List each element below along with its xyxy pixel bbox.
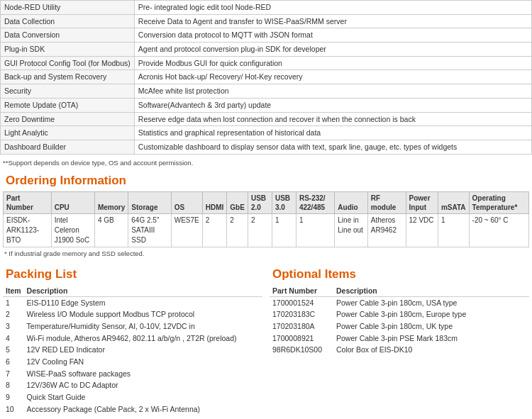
ordering-cell: 4 GB [94,213,128,247]
optional-item-desc: Power Cable 3-pin 180cm, USA type [333,296,529,308]
spec-label: GUI Protocol Config Tool (for Modbus) [1,56,135,70]
packing-item-desc: Wi-Fi module, Atheros AR9462, 802.11 a/b… [24,333,262,345]
ordering-col-header: USB 2.0 [248,191,272,213]
optional-part-num: 170203183C [270,308,333,320]
optional-item-desc: Power Cable 3-pin 180cm, UK type [333,320,529,333]
spec-label: Plug-in SDK [1,43,135,57]
packing-item-num: 8 [3,379,24,391]
spec-value: Conversion data protocol to MQTT with JS… [134,28,531,43]
ordering-table: Part NumberCPUMemoryStorageOSHDMIGbEUSB … [3,191,529,247]
spec-value: Software(Advantech & 3rd party) update [134,98,531,112]
spec-label: Data Collection [1,14,135,28]
optional-part-num: 98R6DK10S00 [270,344,333,356]
packing-item-desc: Wireless I/O Module support Modbus TCP p… [24,308,262,320]
packing-item-num: 7 [3,368,24,380]
ordering-col-header: mSATA [438,191,469,213]
ordering-col-header: HDMI [202,191,227,213]
spec-label: Light Analytic [1,126,135,140]
ordering-cell: Line in Line out [335,213,368,247]
packing-item-desc: 12V Cooling FAN [24,356,262,368]
optional-item-desc: Color Box of EIS-DK10 [333,344,529,356]
ordering-cell: 2 [227,213,248,247]
ordering-cell: 1 [272,213,296,247]
packing-item-num: 6 [3,356,24,368]
packing-item-desc: 12V/36W AC to DC Adaptor [24,379,262,391]
optional-col-header: Part Number [270,285,333,297]
spec-value: Pre- integrated logic edit tool Node-RED [134,1,531,15]
ordering-col-header: USB 3.0 [272,191,296,213]
packing-col-header: Item [3,285,24,297]
spec-label: Zero Downtime [1,112,135,126]
packing-item-num: 5 [3,344,24,356]
bottom-sections: Packing List ItemDescription1EIS-D110 Ed… [0,262,532,415]
ordering-col-header: Part Number [4,191,52,213]
ordering-cell: Intel Celeron J1900 SoC [51,213,94,247]
spec-value: Receive Data to Agent and transfer to WI… [134,14,531,28]
packing-section: Packing List ItemDescription1EIS-D110 Ed… [3,262,262,415]
ordering-cell: -20 ~ 60° C [469,213,528,247]
ordering-col-header: RF module [367,191,406,213]
spec-value: Provide Modbus GUI for quick configurati… [134,56,531,70]
optional-item-desc: Power Cable 3-pin 180cm, Europe type [333,308,529,320]
packing-item-num: 3 [3,320,24,333]
spec-value: Statistics and graphical representation … [134,126,531,140]
spec-label: Security [1,84,135,99]
ordering-cell: 12 VDC [406,213,438,247]
ordering-cell: 64G 2.5" SATAIII SSD [128,213,171,247]
packing-item-num: 4 [3,333,24,345]
spec-label: Remote Update (OTA) [1,98,135,112]
packing-item-desc: 12V RED LED Indicator [24,344,262,356]
optional-part-num: 170203180A [270,320,333,333]
optional-col-header: Description [333,285,529,297]
packing-heading: Packing List [3,267,262,281]
ordering-cell: 1 [296,213,334,247]
packing-item-desc: EIS-D110 Edge System [24,296,262,308]
packing-item-num: 1 [3,296,24,308]
ordering-col-header: Operating Temperature* [469,191,528,213]
ordering-col-header: Audio [335,191,368,213]
spec-label: Node-RED Utility [1,1,135,15]
optional-section: Optional Items Part NumberDescription170… [270,262,529,415]
spec-value: Acronis Hot back-up/ Recovery/ Hot-Key r… [134,70,531,84]
ordering-section: Ordering Information Part NumberCPUMemor… [0,174,532,257]
ordering-col-header: Power Input [406,191,438,213]
optional-part-num: 1700008921 [270,333,333,345]
packing-table: ItemDescription1EIS-D110 Edge System2Wir… [3,285,262,415]
spec-label: Dashboard Builder [1,140,135,154]
spec-label: Data Conversion [1,28,135,43]
ordering-col-header: CPU [51,191,94,213]
optional-heading: Optional Items [270,267,529,281]
specs-note: **Support depends on device type, OS and… [0,157,532,168]
packing-col-header: Description [24,285,262,297]
ordering-cell: 2 [248,213,272,247]
specs-table: Node-RED UtilityPre- integrated logic ed… [0,0,532,155]
packing-item-num: 9 [3,391,24,403]
spec-value: McAfee white list protection [134,84,531,99]
ordering-cell: EISDK-ARK1123-BTO [4,213,52,247]
packing-item-desc: Accessory Package (Cable Pack, 2 x Wi-Fi… [24,403,262,415]
optional-item-desc: Power Cable 3-pin PSE Mark 183cm [333,333,529,345]
optional-part-num: 1700001524 [270,296,333,308]
spec-label: Back-up and System Recovery [1,70,135,84]
packing-item-num: 2 [3,308,24,320]
ordering-cell: 1 [438,213,469,247]
ordering-col-header: Storage [128,191,171,213]
ordering-note: * If industrial grade memory and SSD sel… [3,250,529,257]
ordering-col-header: RS-232/ 422/485 [296,191,334,213]
spec-value: Reserve edge data when lost connection a… [134,112,531,126]
ordering-col-header: OS [171,191,202,213]
packing-item-desc: Quick Start Guide [24,391,262,403]
ordering-heading: Ordering Information [3,174,529,188]
packing-item-num: 10 [3,403,24,415]
spec-value: Agent and protocol conversion plug-in SD… [134,43,531,57]
packing-item-desc: Temperature/Humidity Sensor, AI, 0-10V, … [24,320,262,333]
ordering-cell: 2 [202,213,227,247]
ordering-cell: Atheros AR9462 [367,213,406,247]
ordering-col-header: Memory [94,191,128,213]
optional-table: Part NumberDescription1700001524Power Ca… [270,285,529,356]
ordering-col-header: GbE [227,191,248,213]
spec-value: Customizable dashboard to display sensor… [134,140,531,154]
packing-item-desc: WISE-PaaS software packages [24,368,262,380]
ordering-cell: WES7E [171,213,202,247]
